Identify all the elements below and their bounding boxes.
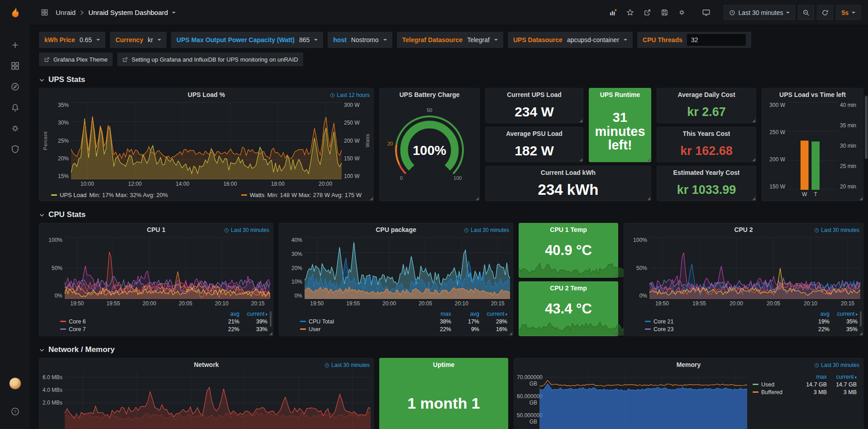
time-range-button[interactable]: Last 30 minutes xyxy=(724,5,796,20)
legend-series-name[interactable]: Buffered xyxy=(761,389,782,395)
breadcrumb-folder[interactable]: Unraid xyxy=(56,9,76,16)
user-profile-item[interactable] xyxy=(5,373,25,394)
cycle-view-mode-button[interactable] xyxy=(699,5,714,20)
panel-title[interactable]: CPU 2 xyxy=(734,226,753,233)
variable-kwh-price[interactable]: kWh Price0.65 xyxy=(39,32,105,48)
panel-title[interactable]: Current UPS Load xyxy=(507,91,562,98)
time-series-plot[interactable] xyxy=(71,102,342,179)
panel-time-override[interactable]: Last 30 minutes xyxy=(464,227,509,233)
dashboards-menu-item[interactable] xyxy=(5,55,25,76)
variable-value[interactable]: Telegraf xyxy=(467,36,490,43)
panel-title[interactable]: Network xyxy=(194,361,219,368)
page-scrollbar[interactable] xyxy=(865,30,868,429)
panel-title[interactable]: CPU 1 Temp xyxy=(550,226,587,233)
axis-tick: 30 min xyxy=(840,143,860,149)
panel-title[interactable]: UPS Battery Charge xyxy=(399,91,459,98)
share-button[interactable] xyxy=(640,5,655,20)
legend-column-current[interactable]: current xyxy=(479,311,507,317)
star-button[interactable] xyxy=(623,5,638,20)
time-series-plot[interactable] xyxy=(65,372,371,429)
variable-telegraf-datasource[interactable]: Telegraf DatasourceTelegraf xyxy=(397,32,503,48)
panel-title[interactable]: UPS Load vs Time left xyxy=(779,91,846,98)
panel-title[interactable]: This Years Cost xyxy=(683,130,730,137)
panel-title[interactable]: UPS Load % xyxy=(188,91,225,98)
refresh-interval-button[interactable]: 5s xyxy=(836,5,861,20)
refresh-button[interactable] xyxy=(817,5,833,20)
section-cpu-stats[interactable]: CPU Stats xyxy=(39,210,863,219)
legend-series-name[interactable]: CPU Total xyxy=(309,318,334,325)
legend-series-name[interactable]: Core 21 xyxy=(653,318,673,325)
grafana-logo[interactable] xyxy=(6,5,24,23)
dashboard-link[interactable]: Setting up Grafana and InfluxDB for UPS … xyxy=(117,53,303,66)
section-network-memory[interactable]: Network / Memory xyxy=(39,345,863,354)
scrollbar-thumb[interactable] xyxy=(865,96,868,159)
dashboard-grid-icon[interactable] xyxy=(37,5,52,20)
panel-time-override[interactable]: Last 12 hours xyxy=(330,92,370,98)
configuration-menu-item[interactable] xyxy=(5,118,25,139)
variable-currency[interactable]: Currencykr xyxy=(110,32,167,48)
legend-column-current[interactable]: current xyxy=(830,311,858,317)
variable-input[interactable]: 32 xyxy=(687,34,746,46)
help-menu-item[interactable]: ? xyxy=(5,401,25,422)
save-button[interactable] xyxy=(658,5,672,20)
legend-column-avg[interactable]: avg xyxy=(211,311,239,317)
time-series-plot[interactable] xyxy=(65,237,270,299)
dashboard-link[interactable]: Grafana Plex Theme xyxy=(39,53,113,66)
explore-menu-item[interactable] xyxy=(5,76,25,97)
legend-column-max[interactable]: max xyxy=(797,374,827,380)
panel-title[interactable]: Memory xyxy=(677,361,701,368)
variable-ups-datasource[interactable]: UPS Datasourceapcupsd-container xyxy=(508,32,633,48)
panel-title[interactable]: Estimated Yearly Cost xyxy=(673,169,740,176)
panel-title[interactable]: Uptime xyxy=(433,361,454,368)
add-panel-button[interactable] xyxy=(606,5,620,20)
panel-title[interactable]: CPU 1 xyxy=(147,226,165,233)
panel-title[interactable]: Average PSU Load xyxy=(506,130,563,137)
panel-title[interactable]: Average Daily Cost xyxy=(677,91,735,98)
zoom-out-button[interactable] xyxy=(798,5,814,20)
time-series-plot[interactable] xyxy=(305,237,510,299)
create-menu-item[interactable] xyxy=(5,34,25,55)
panel-average-psu-load: Average PSU Load 182 W xyxy=(485,127,583,162)
legend-scrollbar[interactable] xyxy=(270,311,272,327)
variable-value[interactable]: 865 xyxy=(299,36,310,43)
variable-cpu-threads[interactable]: CPU Threads32 xyxy=(637,32,751,48)
legend-column-current[interactable]: current xyxy=(239,311,267,317)
legend-series-name[interactable]: Core 6 xyxy=(69,318,86,325)
panel-title[interactable]: Current Load kWh xyxy=(541,169,596,176)
bar-plot[interactable] xyxy=(787,102,838,190)
legend-series-name[interactable]: Used xyxy=(761,381,774,388)
bar-W[interactable] xyxy=(801,140,809,190)
legend-column-avg[interactable]: avg xyxy=(451,311,479,317)
bar-T[interactable] xyxy=(811,141,820,190)
section-ups-stats[interactable]: UPS Stats xyxy=(39,75,863,84)
panel-time-override[interactable]: Last 30 minutes xyxy=(814,227,859,233)
breadcrumb-dashboard-title[interactable]: Unraid System Dashboard xyxy=(88,9,168,16)
legend-scrollbar[interactable] xyxy=(860,311,862,327)
panel-title[interactable]: UPS Runtime xyxy=(600,91,640,98)
variable-ups-max-output-power-capacity-watt[interactable]: UPS Max Output Power Capacity (Watt)865 xyxy=(171,32,323,48)
legend-series-name[interactable]: Core 7 xyxy=(69,326,86,333)
variable-host[interactable]: hostNostromo xyxy=(328,32,392,48)
panel-title[interactable]: CPU 2 Temp xyxy=(550,284,587,292)
variable-value[interactable]: 0.65 xyxy=(80,36,92,43)
variable-value[interactable]: apcupsd-container xyxy=(567,36,619,43)
panel-title[interactable]: CPU package xyxy=(376,226,416,233)
legend-series-name[interactable]: Watts xyxy=(250,192,265,198)
legend-series-name[interactable]: Core 23 xyxy=(653,326,673,333)
panel-time-override[interactable]: Last 30 minutes xyxy=(324,362,370,368)
legend-series-name[interactable]: User xyxy=(309,326,320,333)
legend-column-max[interactable]: max xyxy=(423,311,451,317)
time-series-plot[interactable] xyxy=(539,372,747,429)
panel-time-override[interactable]: Last 30 minutes xyxy=(814,362,859,368)
legend-column-avg[interactable]: avg xyxy=(801,311,830,317)
server-admin-menu-item[interactable] xyxy=(5,139,25,159)
dashboard-settings-button[interactable] xyxy=(675,5,689,20)
dashboard-dropdown-caret-icon[interactable] xyxy=(172,12,176,14)
alerting-menu-item[interactable] xyxy=(5,97,25,118)
legend-column-current[interactable]: current xyxy=(827,374,857,380)
variable-value[interactable]: Nostromo xyxy=(351,36,379,43)
panel-time-override[interactable]: Last 30 minutes xyxy=(224,227,269,233)
legend-series-name[interactable]: UPS Load xyxy=(60,192,86,198)
variable-value[interactable]: kr xyxy=(148,36,153,43)
time-series-plot[interactable] xyxy=(649,237,860,299)
